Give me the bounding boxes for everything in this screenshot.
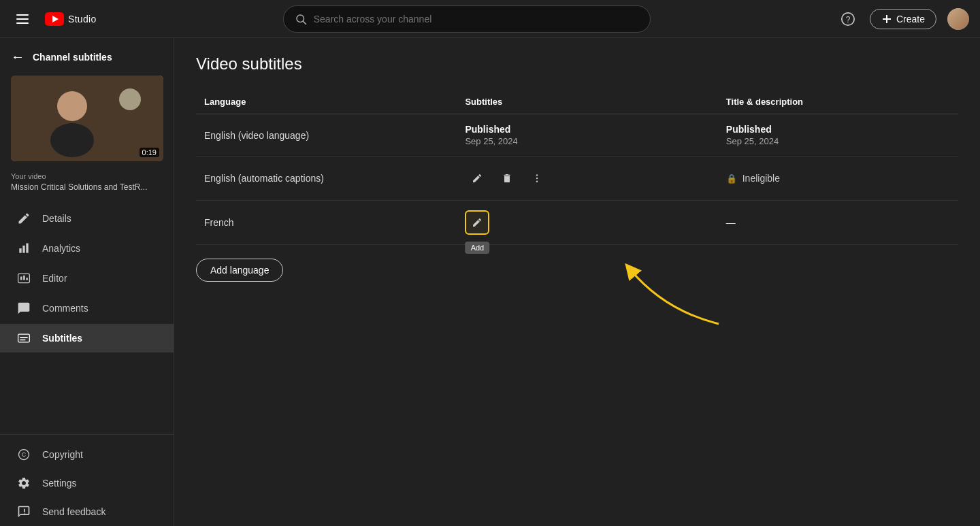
lock-icon: 🔒 [726,174,737,184]
main-content: Video subtitles Language Subtitles Title… [174,38,980,526]
send-feedback-icon [16,504,31,519]
search-icon [295,13,307,25]
sidebar: ← Channel subtitles 0:19 Your video Miss… [0,38,174,526]
language-cell: English (automatic captions) [196,157,457,201]
sidebar-item-settings-label: Settings [42,478,77,489]
sidebar-item-copyright[interactable]: C Copyright [0,440,174,469]
table-row: English (automatic captions) [196,157,958,201]
more-icon [532,173,542,184]
avatar-image [947,8,969,30]
language-name: French [204,217,234,228]
search-bar [97,5,837,33]
sidebar-item-send-feedback-label: Send feedback [42,506,105,517]
sidebar-item-analytics[interactable]: Analytics [0,234,174,263]
comments-icon [16,301,31,316]
details-icon [16,211,31,226]
analytics-icon [16,241,31,256]
edit-french-subtitles-button[interactable] [465,210,489,235]
video-thumbnail-container: 0:19 [0,76,174,169]
add-language-label: Add language [210,265,269,276]
video-info: Your video Mission Critical Solutions an… [0,169,174,204]
svg-rect-18 [26,278,28,280]
subtitles-status: Published [465,124,709,135]
svg-rect-13 [22,246,24,253]
sidebar-back[interactable]: ← Channel subtitles [0,44,174,76]
youtube-icon [45,12,64,26]
user-avatar[interactable] [947,8,969,30]
sidebar-item-subtitles-label: Subtitles [42,333,82,344]
table-row: French Add [196,201,958,245]
delete-subtitles-button[interactable] [495,166,519,191]
sidebar-item-send-feedback[interactable]: Send feedback [0,497,174,526]
title-date: Sep 25, 2024 [726,136,950,146]
title-cell: — [718,201,958,245]
svg-rect-17 [23,276,25,280]
title-status: Published [726,124,950,135]
pencil-icon [472,173,483,184]
title-cell: Published Sep 25, 2024 [718,114,958,157]
hamburger-menu[interactable] [11,9,34,29]
trash-icon [502,173,512,184]
action-icons [465,166,709,191]
col-title-header: Title & description [718,90,958,114]
back-arrow-icon: ← [11,49,24,65]
svg-point-10 [50,123,94,157]
language-cell: English (video language) [196,114,457,157]
title-cell: 🔒 Ineligible [718,157,958,201]
sidebar-item-subtitles[interactable]: Subtitles [0,324,174,352]
sidebar-item-settings[interactable]: Settings [0,469,174,497]
table-header-row: Language Subtitles Title & description [196,90,958,114]
subtitles-icon [16,331,31,346]
main-layout: ← Channel subtitles 0:19 Your video Miss… [0,38,980,526]
create-plus-icon [881,14,892,24]
sidebar-item-comments[interactable]: Comments [0,294,174,323]
arrow-annotation [610,256,732,338]
language-cell: French [196,201,457,245]
sidebar-item-analytics-label: Analytics [42,243,80,254]
sidebar-item-details[interactable]: Details [0,204,174,233]
search-input[interactable] [314,14,639,24]
add-language-button[interactable]: Add language [196,259,283,282]
subtitles-cell: Add [457,201,717,245]
sidebar-item-editor[interactable]: Editor [0,264,174,293]
page-title: Video subtitles [196,54,958,73]
subtitles-cell: Published Sep 25, 2024 [457,114,717,157]
table-row: English (video language) Published Sep 2… [196,114,958,157]
svg-point-24 [536,174,538,176]
video-name: Mission Critical Solutions and TestR... [11,182,163,193]
more-options-button[interactable] [525,166,549,191]
youtube-studio-logo[interactable]: Studio [45,12,97,26]
language-name: English (automatic captions) [204,173,324,184]
svg-point-9 [57,91,87,121]
pencil-icon [472,217,483,228]
language-name: English (video language) [204,130,309,141]
create-button[interactable]: Create [870,9,936,29]
help-button[interactable]: ? [837,8,859,30]
sidebar-item-details-label: Details [42,213,71,224]
edit-subtitles-button[interactable] [465,166,489,191]
svg-line-3 [303,21,306,24]
sidebar-item-copyright-label: Copyright [42,449,83,460]
subtitles-date: Sep 25, 2024 [465,136,709,146]
svg-rect-20 [20,337,28,338]
subtitles-table: Language Subtitles Title & description E… [196,90,958,245]
title-status: Ineligible [742,173,780,184]
help-icon: ? [840,12,855,27]
sidebar-bottom: C Copyright Settings [0,434,174,526]
svg-rect-16 [20,276,22,280]
video-thumbnail[interactable]: 0:19 [11,76,163,161]
sidebar-navigation: Details Analytics [0,204,174,352]
svg-point-11 [119,88,141,110]
svg-rect-12 [19,248,21,253]
copyright-icon: C [16,447,31,462]
editor-icon [16,271,31,286]
svg-rect-14 [26,243,28,252]
title-dash: — [726,217,736,228]
svg-rect-21 [20,339,25,340]
subtitles-cell [457,157,717,201]
svg-point-26 [536,180,538,182]
sidebar-item-comments-label: Comments [42,303,88,314]
svg-text:C: C [22,451,26,458]
studio-label: Studio [68,14,97,24]
action-icons-french: Add [465,210,709,235]
